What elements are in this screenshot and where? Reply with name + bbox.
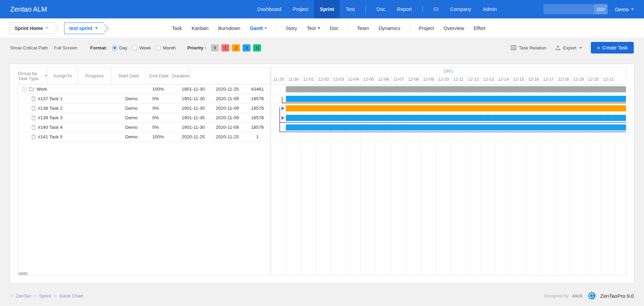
top-menu: Dashboard Project Sprint Test Doc Report… [251, 0, 503, 18]
top-menu-item[interactable]: CI [428, 0, 444, 18]
column-header[interactable]: End Date [146, 67, 172, 84]
end-date-cell: 2020-11-09 [210, 113, 244, 122]
end-date-cell: 2020-11-09 [210, 94, 244, 103]
file-icon [32, 106, 35, 111]
column-header[interactable]: AssignTo [48, 67, 78, 84]
date-cell: 12-09 [421, 74, 436, 84]
assignto-cell: Demo [117, 113, 146, 122]
date-cell: 12-03 [331, 74, 346, 84]
table-row[interactable]: − #139 Task 3 Demo 0% 1901 [18, 113, 271, 123]
top-menu-item[interactable]: Company [444, 0, 477, 18]
file-icon [32, 96, 35, 101]
dependency-line [282, 103, 626, 103]
dependency-arrow-icon [281, 106, 285, 110]
column-header[interactable]: Progress [78, 67, 112, 84]
table-row[interactable]: − #141 Task 5 Demo 100% 20 [18, 132, 271, 142]
date-cell: 12-17 [541, 74, 556, 84]
sprint-menu-item[interactable]: Gantt [245, 26, 272, 31]
sprint-home-dropdown[interactable]: Sprint Home [10, 22, 55, 34]
sprint-menu: Task Kanban Burndown Gantt Story [167, 26, 490, 31]
designer-link[interactable]: AIUX [572, 293, 583, 299]
sprint-menu-item[interactable]: Story [281, 26, 302, 31]
footer-breadcrumb-link[interactable]: ZenTao [16, 293, 31, 299]
top-menu-item[interactable]: Report [391, 0, 418, 18]
breadcrumb: Sprint Home test sprint [10, 22, 105, 34]
create-task-button[interactable]: + Create Task [591, 42, 634, 53]
sprint-menu-item[interactable]: Test [302, 26, 325, 31]
sprint-menu-item[interactable]: Task [167, 26, 187, 31]
sprint-menu-item[interactable]: Doc [325, 26, 343, 31]
format-options: Day Week Month [112, 45, 181, 50]
app-logo[interactable]: Zentao ALM [0, 0, 57, 18]
top-menu-item[interactable]: Dashboard [251, 0, 287, 18]
table-row[interactable]: − #138 Task 2 Demo 0% 1901 [18, 104, 271, 113]
collapse-toggle[interactable]: − [22, 87, 27, 91]
gantt-bar[interactable] [286, 105, 626, 111]
start-date-cell: 1901-11-30 [176, 113, 210, 122]
gantt-bar[interactable] [286, 86, 626, 92]
gantt-bar[interactable] [286, 96, 626, 102]
chevron-down-icon [46, 27, 48, 30]
sprint-menu-item[interactable]: Kanban [187, 26, 213, 31]
date-cell: 12-11 [451, 74, 466, 84]
sprint-select-dropdown[interactable]: test sprint [64, 22, 105, 34]
search-input[interactable] [543, 4, 594, 14]
toolbar-right: Task Relation Export + Create Task [511, 42, 634, 53]
radio-icon [132, 45, 137, 50]
priority-badge[interactable]: 1 [221, 44, 229, 51]
date-cell-partial [616, 74, 626, 84]
priority-badge[interactable]: 3 [243, 44, 250, 51]
timeline-pane: 1901 11-2911-3012-0112-0212-0312-0412-05… [271, 67, 626, 275]
sprint-menu-item[interactable]: Team [352, 26, 374, 31]
column-header[interactable]: Duration [172, 67, 190, 84]
footer-breadcrumb-link[interactable]: Sprint [39, 293, 51, 299]
duration-cell: 1 [244, 132, 271, 141]
user-menu[interactable]: Demo [608, 0, 644, 18]
top-menu-item[interactable]: Admin [477, 0, 503, 18]
format-radio[interactable]: Month [156, 45, 176, 50]
priority-badge[interactable]: 4 [253, 44, 261, 51]
date-cell: 12-14 [496, 74, 511, 84]
horizontal-scrollbar-thumb[interactable] [18, 272, 28, 275]
duration-cell: 18576 [244, 113, 271, 122]
column-header[interactable]: Start Date [112, 67, 146, 84]
sprint-menu-item[interactable]: Project [414, 26, 439, 31]
top-menu-item[interactable]: Sprint [314, 0, 340, 18]
table-row[interactable]: − Work 100% 1901-11-30 [18, 85, 271, 94]
footer-breadcrumb: > ZenTao > Sprint > Gantt Chart [10, 293, 83, 299]
sprint-menu-item[interactable]: Dynamics [374, 26, 405, 31]
go-button[interactable]: GO! [594, 4, 608, 14]
footer-breadcrumb-link[interactable]: Gantt Chart [59, 293, 83, 299]
dependency-line [279, 107, 280, 132]
relation-list-icon [511, 45, 516, 50]
date-cell: 12-12 [466, 74, 481, 84]
format-radio[interactable]: Day [112, 45, 127, 50]
sub-navbar: Sprint Home test sprint Task Kanban Burn… [0, 18, 644, 38]
sprint-menu-item[interactable]: Burndown [213, 26, 245, 31]
chevron-down-icon [95, 27, 98, 30]
export-button[interactable]: Export [555, 45, 582, 50]
file-icon [32, 116, 35, 120]
format-radio[interactable]: Week [132, 45, 151, 50]
top-menu-item[interactable]: Project [287, 0, 314, 18]
gantt-bar[interactable] [286, 124, 626, 131]
toolbar-link[interactable]: Full Screen [54, 45, 77, 50]
toolbar-link[interactable]: Show Critical Path [10, 45, 48, 50]
timeline-date-header: 11-2911-3012-0112-0212-0312-0412-0512-06… [271, 74, 626, 85]
top-menu-item[interactable]: Doc [371, 0, 391, 18]
date-cell: 12-20 [586, 74, 601, 84]
sprint-menu-item[interactable]: Effort [469, 26, 490, 31]
table-row[interactable]: − #140 Task 4 Demo 0% 1901 [18, 123, 271, 132]
top-menu-item[interactable]: Test [340, 0, 361, 18]
product-name: ZenTaoPro 9.0 [600, 293, 634, 299]
table-row[interactable]: − #137 Task 1 Demo 0% 1901 [18, 94, 271, 104]
top-navbar: Zentao ALM Dashboard Project Sprint Test… [0, 0, 644, 18]
column-header[interactable]: Group by Task Type [18, 67, 48, 84]
priority-badge[interactable]: 2 [232, 44, 240, 51]
task-relation-button[interactable]: Task Relation [511, 45, 547, 50]
gantt-bar[interactable] [286, 115, 626, 121]
sprint-menu-item[interactable]: Overview [439, 26, 469, 31]
dependency-line [279, 132, 626, 132]
priority-badge[interactable]: 0 [211, 44, 219, 51]
breadcrumb-separator: > [34, 293, 36, 299]
